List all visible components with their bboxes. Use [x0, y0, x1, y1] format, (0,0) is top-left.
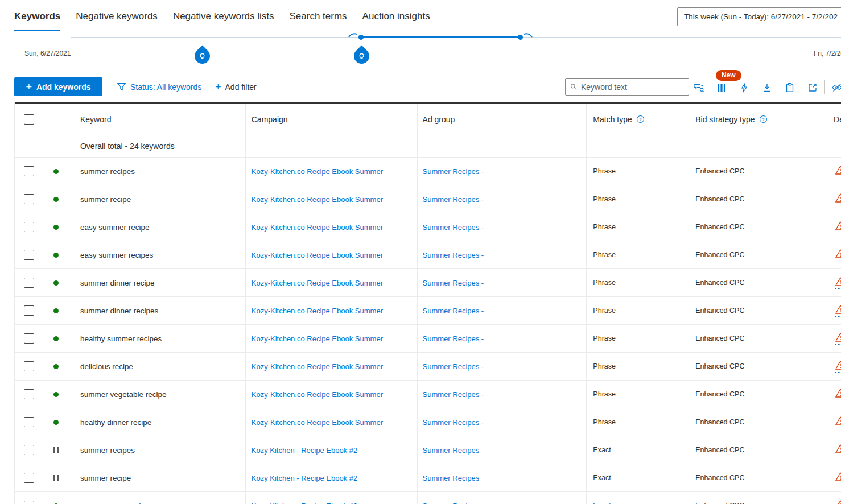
help-icon[interactable]: ?	[759, 115, 768, 123]
row-checkbox[interactable]	[24, 278, 34, 288]
keyword-column-header[interactable]: Keyword	[66, 104, 245, 135]
warning-underline	[835, 372, 841, 373]
timeline-handle-start[interactable]	[358, 35, 364, 40]
bid-strategy-cell: Enhanced CPC	[689, 492, 828, 504]
add-filter-button[interactable]: + Add filter	[215, 77, 257, 96]
insight-lightbulb-icon[interactable]	[351, 45, 372, 67]
row-checkbox[interactable]	[24, 250, 34, 260]
ad-group-link[interactable]: Summer Recipes -	[423, 195, 484, 204]
campaign-column-header[interactable]: Campaign	[245, 104, 417, 135]
copy-to-clipboard-button[interactable]	[781, 80, 799, 95]
delivery-warning[interactable]	[834, 332, 841, 345]
keyword-cell: summer recipes	[66, 158, 245, 185]
hide-button[interactable]	[828, 80, 841, 95]
tab-negative-keywords[interactable]: Negative keywords	[76, 0, 158, 32]
match-type-cell: Phrase	[586, 297, 689, 324]
ad-group-link[interactable]: Summer Recipes	[423, 474, 480, 482]
ad-group-link[interactable]: Summer Recipes -	[423, 362, 484, 371]
delivery-warning[interactable]	[834, 444, 841, 456]
ad-group-link[interactable]: Summer Recipes -	[423, 167, 484, 176]
expand-icon	[807, 82, 818, 93]
bid-strategy-cell: Enhanced CPC	[689, 353, 828, 380]
date-range-picker[interactable]: This week (Sun - Today): 6/27/2021 - 7/2…	[677, 7, 841, 26]
campaign-link[interactable]: Kozy-Kitchen.co Recipe Ebook Summer	[252, 195, 383, 204]
tab-negative-keywords-lists[interactable]: Negative keywords lists	[173, 0, 274, 32]
row-checkbox[interactable]	[24, 222, 34, 232]
row-checkbox[interactable]	[24, 501, 34, 504]
campaign-link[interactable]: Kozy Kitchen - Recipe Ebook #2	[252, 502, 357, 504]
ad-group-link[interactable]: Summer Recipes -	[423, 390, 484, 399]
delivery-warning[interactable]	[834, 360, 841, 373]
status-filter-button[interactable]: Status: All keywords	[117, 77, 201, 96]
ad-group-link[interactable]: Summer Recipes -	[423, 251, 484, 259]
match-type-column-header[interactable]: Match type	[593, 115, 632, 124]
warning-icon	[835, 499, 841, 504]
row-checkbox[interactable]	[24, 166, 34, 176]
delivery-warning[interactable]	[834, 221, 841, 233]
ad-group-link[interactable]: Summer Recipes -	[423, 418, 484, 427]
delivery-warning[interactable]	[834, 388, 841, 400]
overall-total-row: Overall total - 24 keywords	[15, 135, 841, 158]
campaign-link[interactable]: Kozy-Kitchen.co Recipe Ebook Summer	[252, 251, 383, 259]
table-row: summer recipe Kozy-Kitchen.co Recipe Ebo…	[15, 185, 841, 213]
ad-group-link[interactable]: Summer Recipes	[423, 502, 480, 504]
warning-icon	[835, 221, 841, 231]
delivery-warning[interactable]	[834, 276, 841, 289]
download-button[interactable]	[758, 80, 776, 95]
campaign-link[interactable]: Kozy Kitchen - Recipe Ebook #2	[252, 446, 357, 455]
campaign-link[interactable]: Kozy-Kitchen.co Recipe Ebook Summer	[252, 362, 383, 371]
ad-group-column-header[interactable]: Ad group	[417, 104, 587, 135]
delivery-column-header[interactable]: Del	[828, 104, 841, 135]
campaign-link[interactable]: Kozy-Kitchen.co Recipe Ebook Summer	[252, 418, 383, 427]
delivery-warning[interactable]	[834, 499, 841, 504]
delivery-warning[interactable]	[834, 472, 841, 484]
ad-group-link[interactable]: Summer Recipes -	[423, 279, 484, 287]
insight-lightbulb-icon[interactable]	[191, 45, 213, 67]
tab-auction-insights[interactable]: Auction insights	[362, 0, 430, 32]
ad-group-link[interactable]: Summer Recipes	[423, 446, 480, 455]
add-keywords-button[interactable]: + Add keywords	[14, 77, 102, 96]
ad-group-link[interactable]: Summer Recipes -	[423, 334, 484, 343]
warning-icon	[835, 165, 841, 175]
delivery-warning[interactable]	[834, 165, 841, 177]
campaign-link[interactable]: Kozy-Kitchen.co Recipe Ebook Summer	[252, 223, 383, 232]
help-icon[interactable]: ?	[636, 115, 645, 123]
delivery-warning[interactable]	[834, 249, 841, 261]
match-type-cell: Phrase	[586, 381, 689, 408]
row-checkbox[interactable]	[24, 333, 34, 344]
campaign-link[interactable]: Kozy-Kitchen.co Recipe Ebook Summer	[252, 390, 383, 399]
row-checkbox[interactable]	[24, 473, 34, 483]
status-enabled-icon	[53, 336, 59, 341]
keyword-search-input[interactable]	[581, 82, 684, 92]
row-checkbox[interactable]	[24, 305, 34, 316]
plus-icon: +	[26, 82, 32, 92]
expand-view-button[interactable]	[803, 80, 822, 95]
bid-strategy-cell: Enhanced CPC	[689, 269, 828, 296]
columns-button[interactable]	[712, 80, 731, 95]
delivery-warning[interactable]	[834, 416, 841, 428]
table-row: summer dinner recipes Kozy-Kitchen.co Re…	[15, 297, 841, 325]
delivery-warning[interactable]	[834, 193, 841, 205]
campaign-link[interactable]: Kozy-Kitchen.co Recipe Ebook Summer	[252, 307, 383, 315]
delivery-warning[interactable]	[834, 304, 841, 317]
ad-group-link[interactable]: Summer Recipes -	[423, 307, 484, 315]
campaign-link[interactable]: Kozy-Kitchen.co Recipe Ebook Summer	[252, 279, 383, 287]
ad-group-link[interactable]: Summer Recipes -	[423, 223, 484, 232]
campaign-link[interactable]: Kozy-Kitchen.co Recipe Ebook Summer	[252, 334, 383, 343]
select-all-checkbox[interactable]	[24, 114, 34, 125]
timeline-selected-range[interactable]	[361, 36, 520, 38]
row-checkbox[interactable]	[24, 194, 34, 204]
timeline-handle-end[interactable]	[518, 35, 523, 40]
row-checkbox[interactable]	[24, 389, 34, 399]
campaign-link[interactable]: Kozy Kitchen - Recipe Ebook #2	[252, 474, 357, 482]
automation-button[interactable]	[735, 80, 753, 95]
bid-strategy-column-header[interactable]: Bid strategy type	[695, 115, 755, 124]
tab-keywords[interactable]: Keywords	[14, 0, 60, 32]
row-checkbox[interactable]	[24, 445, 34, 455]
toolbar-divider	[824, 80, 825, 94]
tab-search-terms[interactable]: Search terms	[290, 0, 347, 32]
row-checkbox[interactable]	[24, 417, 34, 427]
labels-search-button[interactable]	[690, 80, 708, 95]
row-checkbox[interactable]	[24, 361, 34, 371]
campaign-link[interactable]: Kozy-Kitchen.co Recipe Ebook Summer	[252, 167, 383, 176]
